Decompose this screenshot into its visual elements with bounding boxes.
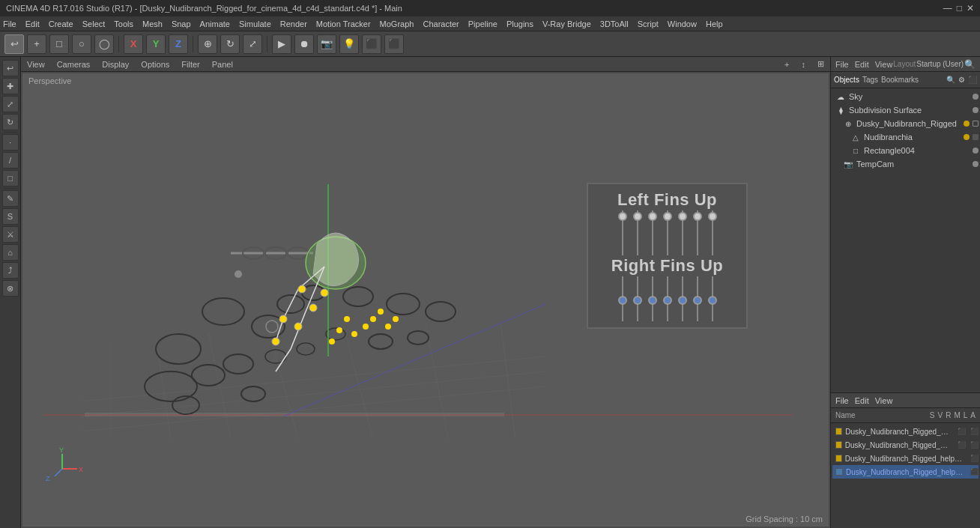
right-icon-2[interactable]: ⚙ bbox=[958, 76, 965, 84]
sidebar-smooth-btn[interactable]: S bbox=[2, 208, 19, 225]
menu-item-mograph[interactable]: MoGraph bbox=[380, 19, 414, 28]
tags-tab[interactable]: Tags bbox=[862, 76, 878, 84]
menu-item-tools[interactable]: Tools bbox=[114, 19, 133, 28]
toolbar-render2-btn[interactable]: ⬛ bbox=[384, 34, 404, 54]
display-menu[interactable]: Display bbox=[102, 60, 129, 69]
slider-2[interactable] bbox=[637, 210, 638, 255]
sidebar-polygons-btn[interactable]: □ bbox=[2, 170, 19, 186]
menu-item-3dtoall[interactable]: 3DToAll bbox=[600, 19, 629, 28]
sidebar-rotate-btn[interactable]: ↻ bbox=[2, 114, 19, 130]
sidebar-paint-btn[interactable]: ✎ bbox=[2, 190, 19, 207]
toolbar-x-btn[interactable]: X bbox=[124, 34, 143, 54]
slider-r5[interactable] bbox=[682, 276, 683, 321]
sidebar-select-btn[interactable]: ↩ bbox=[2, 60, 19, 76]
toolbar-light-btn[interactable]: ◯ bbox=[94, 34, 114, 54]
right-icon-1[interactable]: 🔍 bbox=[946, 76, 955, 84]
right-view-tab[interactable]: View bbox=[875, 60, 893, 69]
slider-r3[interactable] bbox=[652, 276, 653, 321]
viewport-canvas[interactable]: Perspective bbox=[21, 72, 830, 528]
mesh-vis-dot[interactable] bbox=[964, 134, 970, 140]
minimize-button[interactable]: — bbox=[943, 3, 952, 13]
cam-vis-dot[interactable] bbox=[973, 161, 979, 167]
sidebar-edges-btn[interactable]: / bbox=[2, 152, 19, 169]
tree-mesh[interactable]: △ Nudibranchia bbox=[832, 130, 979, 144]
tree-rect[interactable]: □ Rectangle004 bbox=[832, 144, 979, 157]
right-layout-value[interactable]: Startup (User) bbox=[916, 60, 964, 68]
slider-1[interactable] bbox=[622, 210, 623, 255]
menu-item-mesh[interactable]: Mesh bbox=[142, 19, 163, 28]
right-edit-tab[interactable]: Edit bbox=[855, 60, 869, 69]
menu-item-select[interactable]: Select bbox=[82, 19, 106, 28]
options-menu[interactable]: Options bbox=[141, 60, 169, 69]
viewport-expand-icon[interactable]: + bbox=[784, 60, 789, 69]
filter-menu[interactable]: Filter bbox=[181, 60, 199, 69]
menu-item-file[interactable]: File bbox=[3, 19, 16, 28]
right-file-tab[interactable]: File bbox=[835, 60, 849, 69]
toolbar-cube-btn[interactable]: □ bbox=[49, 34, 69, 54]
toolbar-camera-btn[interactable]: 📷 bbox=[317, 34, 336, 54]
search-icon[interactable]: 🔍 bbox=[964, 59, 976, 70]
right-icon-3[interactable]: ⬛ bbox=[968, 76, 977, 84]
toolbar-move-btn[interactable]: ⊕ bbox=[198, 34, 217, 54]
slider-7[interactable] bbox=[712, 210, 713, 255]
toolbar-add-btn[interactable]: + bbox=[27, 34, 46, 54]
attr-bones[interactable]: Dusky_Nudibranch_Rigged_bones ⬛ ⬛ bbox=[832, 425, 979, 438]
tree-sky[interactable]: ☁ Sky bbox=[832, 90, 979, 103]
slider-r7[interactable] bbox=[712, 276, 713, 321]
sidebar-move-btn[interactable]: ✚ bbox=[2, 78, 19, 94]
toolbar-render-btn[interactable]: ⬛ bbox=[362, 34, 381, 54]
subdiv-vis-dot[interactable] bbox=[973, 107, 979, 113]
slider-5[interactable] bbox=[682, 210, 683, 255]
toolbar-rotate2-btn[interactable]: ↻ bbox=[220, 34, 240, 54]
toolbar-play-btn[interactable]: ▶ bbox=[272, 34, 291, 54]
tree-nudibranch[interactable]: ⊕ Dusky_Nudibranch_Rigged bbox=[832, 117, 979, 130]
menu-item-render[interactable]: Render bbox=[280, 19, 307, 28]
attr-helpers-freeze[interactable]: Dusky_Nudibranch_Rigged_helpers_freez ⬛ bbox=[832, 452, 979, 465]
bottom-file-tab[interactable]: File bbox=[835, 396, 849, 405]
slider-r1[interactable] bbox=[622, 276, 623, 321]
close-button[interactable]: ✕ bbox=[967, 3, 974, 13]
sidebar-scale2-btn[interactable]: ⤢ bbox=[2, 96, 19, 112]
nudibranch-extra-dot[interactable] bbox=[973, 121, 979, 127]
menu-item-pipeline[interactable]: Pipeline bbox=[468, 19, 497, 28]
bookmarks-tab[interactable]: Bookmarks bbox=[881, 76, 919, 84]
sidebar-knife-btn[interactable]: ⚔ bbox=[2, 226, 19, 243]
mesh-extra-dot[interactable] bbox=[973, 134, 979, 140]
objects-tab[interactable]: Objects bbox=[834, 76, 859, 84]
menu-item-script[interactable]: Script bbox=[638, 19, 659, 28]
toolbar-record-btn[interactable]: ⏺ bbox=[294, 34, 314, 54]
sidebar-points-btn[interactable]: · bbox=[2, 134, 19, 151]
maximize-button[interactable]: □ bbox=[957, 3, 962, 13]
menu-item-character[interactable]: Character bbox=[423, 19, 459, 28]
attr-helpers[interactable]: Dusky_Nudibranch_Rigged_helpers ⬛ bbox=[832, 465, 979, 479]
menu-item-snap[interactable]: Snap bbox=[172, 19, 191, 28]
menu-item-edit[interactable]: Edit bbox=[25, 19, 40, 28]
sidebar-bridge-btn[interactable]: ⌂ bbox=[2, 244, 19, 261]
cameras-menu[interactable]: Cameras bbox=[57, 60, 91, 69]
menu-item-v-ray-bridge[interactable]: V-Ray Bridge bbox=[542, 19, 591, 28]
menu-item-motion-tracker[interactable]: Motion Tracker bbox=[316, 19, 371, 28]
slider-r6[interactable] bbox=[697, 276, 698, 321]
slider-r4[interactable] bbox=[667, 276, 668, 321]
menu-item-plugins[interactable]: Plugins bbox=[506, 19, 533, 28]
menu-item-animate[interactable]: Animate bbox=[200, 19, 230, 28]
view-menu[interactable]: View bbox=[27, 60, 45, 69]
viewport-fit-icon[interactable]: ↕ bbox=[802, 60, 806, 69]
menu-item-help[interactable]: Help bbox=[706, 19, 723, 28]
sky-vis-dot[interactable] bbox=[973, 94, 979, 100]
toolbar-rotate-btn[interactable]: ↩ bbox=[4, 34, 24, 54]
viewport-layout-icon[interactable]: ⊞ bbox=[817, 59, 824, 69]
toolbar-light2-btn[interactable]: 💡 bbox=[339, 34, 359, 54]
menu-item-simulate[interactable]: Simulate bbox=[239, 19, 271, 28]
slider-4[interactable] bbox=[667, 210, 668, 255]
attr-geom[interactable]: Dusky_Nudibranch_Rigged_geometru ⬛ ⬛ bbox=[832, 438, 979, 452]
titlebar-controls[interactable]: — □ ✕ bbox=[943, 3, 974, 13]
tree-subdiv[interactable]: ⧫ Subdivision Surface bbox=[832, 103, 979, 117]
sidebar-magnet-btn[interactable]: ⊗ bbox=[2, 280, 19, 297]
slider-r2[interactable] bbox=[637, 276, 638, 321]
menu-item-window[interactable]: Window bbox=[668, 19, 697, 28]
sidebar-extrude-btn[interactable]: ⤴ bbox=[2, 262, 19, 279]
menu-item-create[interactable]: Create bbox=[49, 19, 73, 28]
slider-3[interactable] bbox=[652, 210, 653, 255]
bottom-edit-tab[interactable]: Edit bbox=[855, 396, 869, 405]
